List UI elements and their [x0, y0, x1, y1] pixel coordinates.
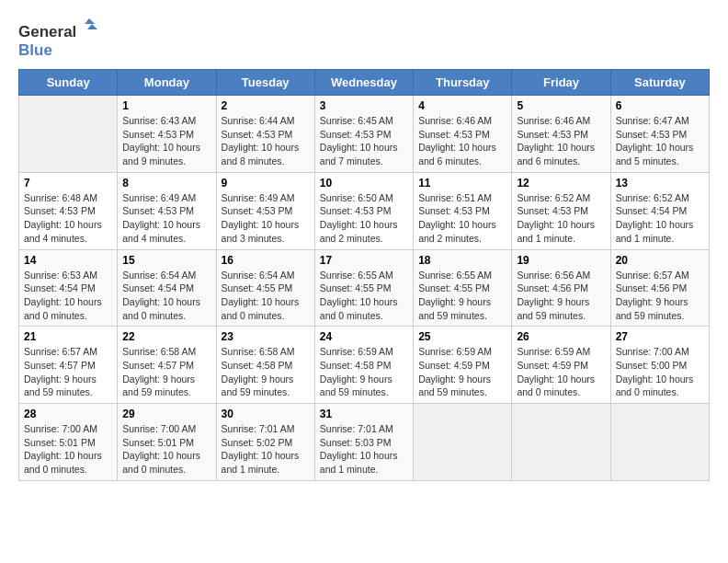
day-info: Sunrise: 6:43 AMSunset: 4:53 PMDaylight:… — [122, 114, 210, 168]
svg-text:Blue: Blue — [18, 41, 52, 59]
day-number: 29 — [122, 408, 210, 420]
calendar-cell: 30Sunrise: 7:01 AMSunset: 5:02 PMDayligh… — [216, 404, 314, 481]
day-number: 31 — [320, 408, 408, 420]
day-info: Sunrise: 6:57 AMSunset: 4:57 PMDaylight:… — [24, 345, 112, 399]
day-info: Sunrise: 7:01 AMSunset: 5:02 PMDaylight:… — [222, 422, 310, 477]
calendar-cell — [610, 404, 709, 481]
day-number: 26 — [517, 330, 605, 343]
calendar-cell: 3Sunrise: 6:45 AMSunset: 4:53 PMDaylight… — [314, 96, 413, 173]
day-number: 1 — [122, 99, 210, 112]
day-number: 21 — [24, 330, 112, 343]
dow-header-friday: Friday — [512, 70, 610, 96]
calendar-cell: 7Sunrise: 6:48 AMSunset: 4:53 PMDaylight… — [19, 172, 118, 249]
calendar-cell — [19, 96, 118, 173]
day-number: 27 — [616, 330, 704, 343]
day-info: Sunrise: 6:52 AMSunset: 4:53 PMDaylight:… — [517, 191, 605, 246]
svg-marker-2 — [85, 18, 95, 24]
day-number: 22 — [122, 330, 210, 343]
calendar-cell: 5Sunrise: 6:46 AMSunset: 4:53 PMDaylight… — [512, 96, 610, 173]
svg-marker-3 — [87, 24, 97, 29]
calendar-table: SundayMondayTuesdayWednesdayThursdayFrid… — [18, 69, 710, 481]
day-info: Sunrise: 6:59 AMSunset: 4:59 PMDaylight:… — [418, 345, 506, 399]
calendar-cell: 23Sunrise: 6:58 AMSunset: 4:58 PMDayligh… — [216, 327, 314, 404]
day-info: Sunrise: 7:00 AMSunset: 5:01 PMDaylight:… — [122, 422, 210, 477]
day-info: Sunrise: 6:47 AMSunset: 4:53 PMDaylight:… — [616, 114, 704, 168]
calendar-cell: 14Sunrise: 6:53 AMSunset: 4:54 PMDayligh… — [19, 249, 118, 327]
day-number: 17 — [320, 254, 408, 267]
logo-svg: General Blue — [18, 18, 101, 60]
calendar-cell: 8Sunrise: 6:49 AMSunset: 4:53 PMDaylight… — [118, 172, 216, 249]
week-row-5: 28Sunrise: 7:00 AMSunset: 5:01 PMDayligh… — [19, 404, 710, 481]
calendar-cell: 12Sunrise: 6:52 AMSunset: 4:53 PMDayligh… — [512, 172, 610, 249]
calendar-cell: 17Sunrise: 6:55 AMSunset: 4:55 PMDayligh… — [314, 249, 413, 327]
calendar-cell: 6Sunrise: 6:47 AMSunset: 4:53 PMDaylight… — [610, 96, 709, 173]
day-info: Sunrise: 6:45 AMSunset: 4:53 PMDaylight:… — [320, 114, 408, 168]
day-info: Sunrise: 6:58 AMSunset: 4:58 PMDaylight:… — [222, 345, 310, 399]
calendar-cell: 31Sunrise: 7:01 AMSunset: 5:03 PMDayligh… — [314, 404, 413, 481]
day-number: 24 — [320, 330, 408, 343]
calendar-cell: 1Sunrise: 6:43 AMSunset: 4:53 PMDaylight… — [118, 96, 216, 173]
calendar-cell: 13Sunrise: 6:52 AMSunset: 4:54 PMDayligh… — [610, 172, 709, 249]
dow-header-wednesday: Wednesday — [314, 70, 413, 96]
logo: General Blue — [18, 18, 101, 60]
day-number: 15 — [122, 254, 210, 267]
day-number: 5 — [517, 99, 605, 112]
dow-header-saturday: Saturday — [610, 70, 709, 96]
day-number: 14 — [24, 254, 112, 267]
calendar-cell: 11Sunrise: 6:51 AMSunset: 4:53 PMDayligh… — [414, 172, 512, 249]
day-info: Sunrise: 6:55 AMSunset: 4:55 PMDaylight:… — [418, 269, 506, 323]
day-info: Sunrise: 6:54 AMSunset: 4:54 PMDaylight:… — [122, 269, 210, 323]
day-number: 6 — [616, 99, 704, 112]
day-info: Sunrise: 6:49 AMSunset: 4:53 PMDaylight:… — [122, 191, 210, 246]
day-number: 25 — [418, 330, 506, 343]
dow-header-monday: Monday — [118, 70, 216, 96]
calendar-cell: 4Sunrise: 6:46 AMSunset: 4:53 PMDaylight… — [414, 96, 512, 173]
calendar-cell: 24Sunrise: 6:59 AMSunset: 4:58 PMDayligh… — [314, 327, 413, 404]
day-info: Sunrise: 6:59 AMSunset: 4:59 PMDaylight:… — [517, 345, 605, 399]
day-number: 18 — [418, 254, 506, 267]
day-number: 13 — [616, 177, 704, 190]
day-info: Sunrise: 6:50 AMSunset: 4:53 PMDaylight:… — [320, 191, 408, 246]
calendar-cell — [414, 404, 512, 481]
calendar-cell: 19Sunrise: 6:56 AMSunset: 4:56 PMDayligh… — [512, 249, 610, 327]
day-number: 23 — [222, 330, 310, 343]
calendar-cell: 16Sunrise: 6:54 AMSunset: 4:55 PMDayligh… — [216, 249, 314, 327]
calendar-cell: 28Sunrise: 7:00 AMSunset: 5:01 PMDayligh… — [19, 404, 118, 481]
day-number: 19 — [517, 254, 605, 267]
calendar-cell: 15Sunrise: 6:54 AMSunset: 4:54 PMDayligh… — [118, 249, 216, 327]
day-number: 2 — [222, 99, 310, 112]
day-number: 16 — [222, 254, 310, 267]
page-header: General Blue — [18, 18, 710, 60]
calendar-cell: 26Sunrise: 6:59 AMSunset: 4:59 PMDayligh… — [512, 327, 610, 404]
day-info: Sunrise: 6:57 AMSunset: 4:56 PMDaylight:… — [616, 269, 704, 323]
day-info: Sunrise: 6:48 AMSunset: 4:53 PMDaylight:… — [24, 191, 112, 246]
calendar-cell: 29Sunrise: 7:00 AMSunset: 5:01 PMDayligh… — [118, 404, 216, 481]
dow-header-sunday: Sunday — [19, 70, 118, 96]
day-info: Sunrise: 6:49 AMSunset: 4:53 PMDaylight:… — [222, 191, 310, 246]
day-number: 28 — [24, 408, 112, 420]
day-number: 3 — [320, 99, 408, 112]
day-info: Sunrise: 6:51 AMSunset: 4:53 PMDaylight:… — [418, 191, 506, 246]
day-info: Sunrise: 6:56 AMSunset: 4:56 PMDaylight:… — [517, 269, 605, 323]
day-info: Sunrise: 6:55 AMSunset: 4:55 PMDaylight:… — [320, 269, 408, 323]
dow-header-thursday: Thursday — [414, 70, 512, 96]
week-row-4: 21Sunrise: 6:57 AMSunset: 4:57 PMDayligh… — [19, 327, 710, 404]
day-info: Sunrise: 7:01 AMSunset: 5:03 PMDaylight:… — [320, 422, 408, 477]
day-info: Sunrise: 7:00 AMSunset: 5:01 PMDaylight:… — [24, 422, 112, 477]
calendar-cell: 27Sunrise: 7:00 AMSunset: 5:00 PMDayligh… — [610, 327, 709, 404]
day-number: 10 — [320, 177, 408, 190]
calendar-cell: 20Sunrise: 6:57 AMSunset: 4:56 PMDayligh… — [610, 249, 709, 327]
day-number: 12 — [517, 177, 605, 190]
day-info: Sunrise: 6:46 AMSunset: 4:53 PMDaylight:… — [517, 114, 605, 168]
calendar-cell: 22Sunrise: 6:58 AMSunset: 4:57 PMDayligh… — [118, 327, 216, 404]
week-row-3: 14Sunrise: 6:53 AMSunset: 4:54 PMDayligh… — [19, 249, 710, 327]
calendar-cell: 2Sunrise: 6:44 AMSunset: 4:53 PMDaylight… — [216, 96, 314, 173]
calendar-cell: 18Sunrise: 6:55 AMSunset: 4:55 PMDayligh… — [414, 249, 512, 327]
day-info: Sunrise: 7:00 AMSunset: 5:00 PMDaylight:… — [616, 345, 704, 399]
calendar-cell — [512, 404, 610, 481]
day-number: 11 — [418, 177, 506, 190]
svg-text:General: General — [18, 23, 76, 40]
day-number: 30 — [222, 408, 310, 420]
days-of-week-row: SundayMondayTuesdayWednesdayThursdayFrid… — [19, 70, 710, 96]
day-info: Sunrise: 6:59 AMSunset: 4:58 PMDaylight:… — [320, 345, 408, 399]
